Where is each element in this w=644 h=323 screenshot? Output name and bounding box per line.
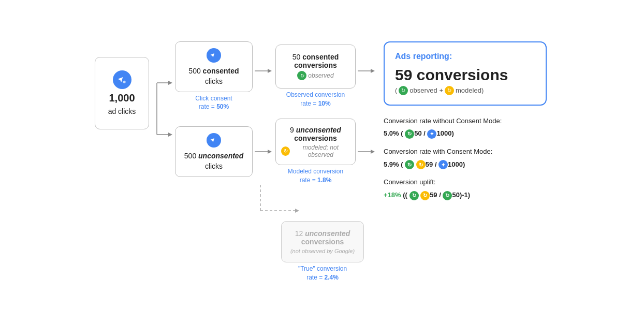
svg-marker-11 <box>268 150 272 154</box>
stat3-value: +18% (( ↻ ↻59 / ↻50)-1) <box>384 189 549 202</box>
ad-clicks-section: 1,000 ad clicks <box>95 57 149 129</box>
arrow-to-unconsented-conv <box>255 146 273 157</box>
stat2-label: Conversion rate with Consent Mode: <box>384 145 549 158</box>
true-conv-sub: (not observed by Google) <box>290 248 355 254</box>
unconsented-conv-sub: ↻ modeled; not observed <box>281 144 350 158</box>
consented-clicks-wrap: 500 consented clicks Click consentrate =… <box>175 41 253 112</box>
ad-clicks-label: ad clicks <box>108 107 136 115</box>
stat1-icon2: ✦ <box>427 129 436 139</box>
consented-clicks-box: 500 consented clicks <box>175 41 253 92</box>
modeled-conversion-rate: Modeled conversionrate = 1.8% <box>288 167 343 185</box>
stat1: Conversion rate without Consent Mode: 5.… <box>384 115 549 140</box>
stats-section: Conversion rate without Consent Mode: 5.… <box>384 115 549 207</box>
stat2-icon2: ↻ <box>416 160 426 169</box>
stat3-label: Conversion uplift: <box>384 176 549 189</box>
unconsented-conv-text: 9 unconsented conversions <box>281 126 350 142</box>
stat1-icon1: ↻ <box>405 129 414 139</box>
observed-conversion-rate: Observed conversionrate = 10% <box>286 91 345 108</box>
svg-marker-13 <box>371 150 375 154</box>
dashed-connector: 12 unconsented conversions (not observed… <box>255 185 378 282</box>
ad-clicks-box: 1,000 ad clicks <box>95 57 149 129</box>
stat1-label: Conversion rate without Consent Mode: <box>384 115 549 128</box>
stat3-icon2: ↻ <box>420 191 430 200</box>
top-branch: 500 consented clicks Click consentrate =… <box>175 41 378 112</box>
reporting-modeled-icon: ↻ <box>445 86 454 95</box>
diagram: 1,000 ad clicks <box>84 36 560 287</box>
bottom-branch: 500 unconsented clicks 9 unconsented con… <box>175 119 378 282</box>
unconsented-icon <box>207 133 221 148</box>
svg-marker-7 <box>268 69 272 73</box>
unconsented-conversions-box: 9 unconsented conversions ↻ modeled; not… <box>275 119 356 165</box>
split-arrows-svg <box>149 57 175 160</box>
ads-reporting-conversions: 59 conversions <box>395 66 535 84</box>
stat1-value: 5.0% ( ↻50 / ✦1000) <box>384 127 549 140</box>
ads-reporting-box: Ads reporting: 59 conversions ( ↻ observ… <box>384 41 547 106</box>
ad-clicks-icon <box>113 70 131 89</box>
unconsented-clicks-box: 500 unconsented clicks <box>175 126 253 177</box>
consented-conversions-wrap: 50 consented conversions ↻ observed Obse… <box>275 45 356 108</box>
svg-marker-9 <box>371 69 375 73</box>
svg-point-0 <box>123 81 125 83</box>
ads-reporting-section: Ads reporting: 59 conversions ( ↻ observ… <box>384 41 549 207</box>
ad-clicks-number: 1,000 <box>109 92 135 104</box>
stat2-icon3: ✦ <box>438 160 448 169</box>
top-branch-row: 500 consented clicks Click consentrate =… <box>175 41 378 112</box>
stat3: Conversion uplift: +18% (( ↻ ↻59 / ↻50)-… <box>384 176 549 201</box>
true-conversion-rate: "True" conversionrate = 2.4% <box>298 265 347 282</box>
svg-marker-16 <box>295 209 299 213</box>
observed-icon: ↻ <box>297 71 306 80</box>
consented-conversions-box: 50 consented conversions ↻ observed <box>275 45 356 89</box>
true-conversions-box: 12 unconsented conversions (not observed… <box>281 221 364 262</box>
stat2-icon1: ↻ <box>405 160 414 169</box>
dashed-line-svg <box>255 185 317 226</box>
stat3-icon3: ↻ <box>443 191 452 200</box>
consented-conv-text: 50 consented conversions <box>281 53 350 69</box>
consented-icon <box>207 48 221 63</box>
ads-reporting-sub: ( ↻ observed + ↻ modeled) <box>395 86 535 95</box>
svg-marker-5 <box>168 133 172 137</box>
ads-reporting-title: Ads reporting: <box>395 52 535 61</box>
unconsented-conversions-wrap: 9 unconsented conversions ↻ modeled; not… <box>275 119 356 185</box>
unconsented-clicks-wrap: 500 unconsented clicks <box>175 126 253 177</box>
svg-marker-3 <box>168 81 172 85</box>
arrow-to-reporting-bottom <box>358 146 376 157</box>
true-conv-text: 12 unconsented conversions <box>287 229 358 246</box>
split-connector <box>149 57 175 160</box>
unconsented-clicks-label: clicks <box>205 162 223 170</box>
arrow-to-consented-conv <box>255 66 273 76</box>
consented-clicks-text: 500 consented <box>188 67 239 75</box>
arrow-to-reporting-top <box>358 66 376 76</box>
true-conversions-wrap: 12 unconsented conversions (not observed… <box>281 221 364 282</box>
stat3-icon1: ↻ <box>409 191 419 200</box>
stat2: Conversion rate with Consent Mode: 5.9% … <box>384 145 549 171</box>
click-consent-rate: Click consentrate = 50% <box>195 94 232 112</box>
modeled-icon: ↻ <box>281 146 290 156</box>
consented-clicks-label: clicks <box>205 77 223 85</box>
stat2-value: 5.9% ( ↻ ↻59 / ✦1000) <box>384 158 549 171</box>
bottom-branch-row: 500 unconsented clicks 9 unconsented con… <box>175 119 378 185</box>
consented-conv-sub: ↻ observed <box>297 71 333 80</box>
reporting-observed-icon: ↻ <box>399 86 408 95</box>
branch-gap <box>175 111 378 119</box>
unconsented-clicks-text: 500 unconsented <box>184 152 243 160</box>
branches-section: 500 consented clicks Click consentrate =… <box>175 41 378 282</box>
